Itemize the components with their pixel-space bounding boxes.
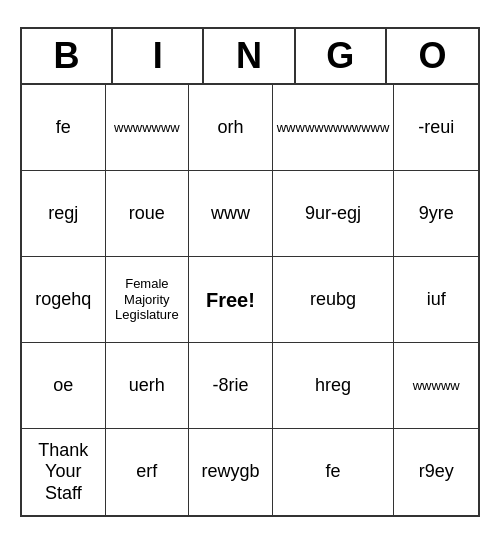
bingo-cell-10: rogehq	[22, 257, 106, 343]
header-letter-n: N	[204, 29, 295, 83]
bingo-cell-4: -reui	[394, 85, 478, 171]
bingo-cell-17: -8rie	[189, 343, 273, 429]
bingo-cell-23: fe	[273, 429, 395, 515]
bingo-cell-8: 9ur-egj	[273, 171, 395, 257]
bingo-header: BINGO	[22, 29, 478, 85]
bingo-cell-11: Female Majority Legislature	[106, 257, 190, 343]
bingo-cell-14: iuf	[394, 257, 478, 343]
bingo-cell-24: r9ey	[394, 429, 478, 515]
header-letter-i: I	[113, 29, 204, 83]
bingo-cell-7: www	[189, 171, 273, 257]
header-letter-b: B	[22, 29, 113, 83]
bingo-cell-1: wwwwwww	[106, 85, 190, 171]
header-letter-g: G	[296, 29, 387, 83]
bingo-cell-5: regj	[22, 171, 106, 257]
bingo-cell-6: roue	[106, 171, 190, 257]
bingo-cell-21: erf	[106, 429, 190, 515]
bingo-cell-0: fe	[22, 85, 106, 171]
bingo-cell-13: reubg	[273, 257, 395, 343]
bingo-cell-18: hreg	[273, 343, 395, 429]
bingo-cell-22: rewygb	[189, 429, 273, 515]
bingo-grid: fewwwwwwworhwwwwwwwwwwww-reuiregjrouewww…	[22, 85, 478, 515]
header-letter-o: O	[387, 29, 478, 83]
bingo-card: BINGO fewwwwwwworhwwwwwwwwwwww-reuiregjr…	[20, 27, 480, 517]
bingo-cell-16: uerh	[106, 343, 190, 429]
bingo-cell-2: orh	[189, 85, 273, 171]
bingo-cell-9: 9yre	[394, 171, 478, 257]
bingo-cell-3: wwwwwwwwwwww	[273, 85, 395, 171]
bingo-cell-15: oe	[22, 343, 106, 429]
bingo-cell-19: wwwww	[394, 343, 478, 429]
bingo-cell-20: Thank Your Staff	[22, 429, 106, 515]
bingo-cell-12: Free!	[189, 257, 273, 343]
